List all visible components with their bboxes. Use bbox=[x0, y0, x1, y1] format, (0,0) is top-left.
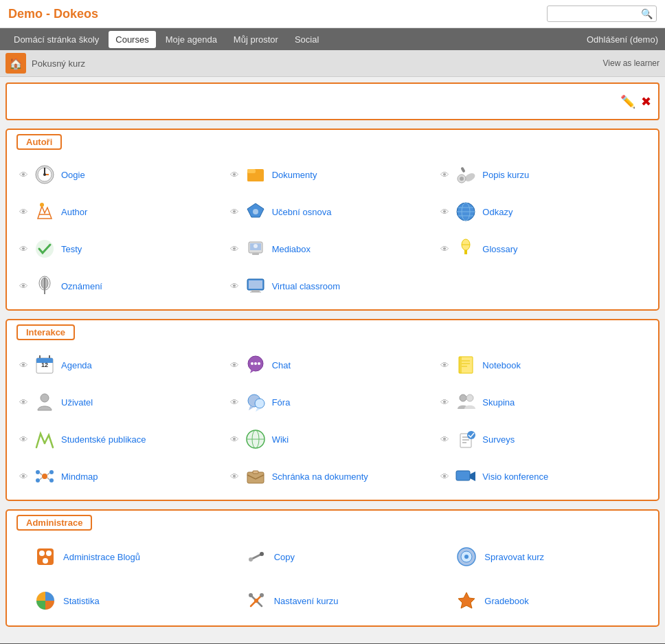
icon-dokumenty bbox=[243, 162, 268, 187]
search-icon: 🔍 bbox=[641, 8, 653, 19]
tool-popis: 👁 Popis kurzu bbox=[438, 158, 649, 191]
tool-name-oogie[interactable]: Oogie bbox=[61, 170, 85, 180]
eye-odkazy[interactable]: 👁 bbox=[440, 207, 449, 217]
icon-adm-statistika bbox=[33, 588, 58, 613]
icon-notebook bbox=[453, 353, 478, 377]
icon-fora bbox=[243, 390, 268, 414]
nav-social[interactable]: Social bbox=[288, 31, 326, 48]
eye-mediabox[interactable]: 👁 bbox=[230, 244, 239, 254]
svg-text:12: 12 bbox=[41, 362, 48, 368]
nav-home[interactable]: Domácí stránka školy bbox=[7, 31, 106, 48]
tool-adm-copy: Copy bbox=[241, 539, 438, 575]
tool-name-adm-statistika[interactable]: Statistika bbox=[63, 596, 100, 606]
tool-name-glossary[interactable]: Glossary bbox=[482, 244, 517, 254]
svg-point-24 bbox=[253, 244, 258, 248]
tool-notebook: 👁 Notebook bbox=[438, 348, 649, 381]
nav-prostor[interactable]: Můj prostor bbox=[227, 31, 285, 48]
svg-line-71 bbox=[47, 473, 49, 475]
tool-name-chat[interactable]: Chat bbox=[272, 360, 291, 370]
tool-uzivatel: 👁 Uživatel bbox=[16, 386, 227, 419]
eye-notebook[interactable]: 👁 bbox=[440, 360, 449, 370]
eye-testy[interactable]: 👁 bbox=[19, 244, 28, 254]
logout-link[interactable]: Odhlášení (demo) bbox=[587, 34, 658, 45]
icon-adm-spravovat bbox=[454, 544, 479, 569]
tool-name-adm-copy[interactable]: Copy bbox=[274, 552, 295, 562]
eye-chat[interactable]: 👁 bbox=[230, 360, 239, 370]
tool-name-uzivatel[interactable]: Uživatel bbox=[61, 397, 93, 408]
tool-name-adm-blog[interactable]: Administrace Blogů bbox=[63, 552, 140, 562]
eye-popis[interactable]: 👁 bbox=[440, 170, 449, 180]
search-box[interactable]: 🔍 bbox=[547, 5, 657, 22]
tool-student: 👁 Studentské publikace bbox=[16, 423, 227, 456]
eye-surveys[interactable]: 👁 bbox=[440, 434, 449, 445]
eye-glossary[interactable]: 👁 bbox=[440, 244, 449, 254]
tool-name-odkazy[interactable]: Odkazy bbox=[482, 207, 512, 217]
view-learner-button[interactable]: View as learner bbox=[603, 58, 660, 68]
nav-agenda[interactable]: Moje agenda bbox=[159, 31, 224, 48]
tool-name-visio[interactable]: Visio konference bbox=[482, 471, 548, 482]
close-icon[interactable]: ✖ bbox=[641, 94, 651, 109]
icon-uzivatel bbox=[32, 390, 57, 414]
svg-point-91 bbox=[254, 599, 258, 603]
eye-uzivatel[interactable]: 👁 bbox=[19, 397, 28, 408]
eye-fora[interactable]: 👁 bbox=[230, 397, 239, 408]
tool-name-oznameni[interactable]: Oznámení bbox=[61, 281, 102, 291]
tool-author: 👁 Author bbox=[16, 195, 227, 228]
svg-point-64 bbox=[42, 474, 47, 479]
svg-point-79 bbox=[46, 551, 52, 556]
search-input[interactable] bbox=[552, 9, 641, 19]
tool-name-surveys[interactable]: Surveys bbox=[482, 434, 515, 445]
icon-adm-blog bbox=[33, 544, 58, 569]
tool-name-popis[interactable]: Popis kurzu bbox=[482, 170, 529, 180]
eye-agenda[interactable]: 👁 bbox=[19, 360, 28, 370]
home-icon[interactable]: 🏠 bbox=[5, 53, 26, 74]
svg-point-52 bbox=[255, 399, 264, 408]
autori-grid: 👁 Oogie 👁 Dokumenty 👁 Popi bbox=[16, 158, 649, 302]
eye-student[interactable]: 👁 bbox=[19, 434, 28, 445]
tool-glossary: 👁 Glossary bbox=[438, 232, 649, 265]
svg-point-12 bbox=[40, 203, 44, 207]
tool-surveys: 👁 Surveys bbox=[438, 423, 649, 456]
svg-point-14 bbox=[253, 209, 258, 214]
tool-name-wiki[interactable]: Wiki bbox=[272, 434, 289, 445]
eye-mindmap[interactable]: 👁 bbox=[19, 471, 28, 482]
tool-name-skupina[interactable]: Skupina bbox=[482, 397, 515, 408]
tool-name-adm-nastaveni[interactable]: Nastavení kurzu bbox=[274, 596, 339, 606]
svg-rect-75 bbox=[456, 471, 470, 480]
svg-marker-76 bbox=[470, 471, 475, 481]
tool-oogie: 👁 Oogie bbox=[16, 158, 227, 191]
tool-name-dokumenty[interactable]: Dokumenty bbox=[272, 170, 317, 180]
tool-name-schranka[interactable]: Schránka na dokumenty bbox=[272, 471, 368, 482]
tool-name-author[interactable]: Author bbox=[61, 207, 87, 217]
eye-oznameni[interactable]: 👁 bbox=[19, 281, 28, 291]
icon-adm-copy bbox=[244, 544, 269, 569]
tool-name-student[interactable]: Studentské publikace bbox=[61, 434, 146, 445]
svg-rect-74 bbox=[253, 471, 258, 474]
nav-courses[interactable]: Courses bbox=[109, 31, 155, 48]
eye-wiki[interactable]: 👁 bbox=[230, 434, 239, 445]
eye-ucebni[interactable]: 👁 bbox=[230, 207, 239, 217]
eye-virtual[interactable]: 👁 bbox=[230, 281, 239, 291]
edit-icon[interactable]: ✏️ bbox=[620, 94, 635, 109]
icon-mediabox bbox=[243, 236, 268, 261]
tool-name-virtual[interactable]: Virtual classroom bbox=[272, 281, 340, 291]
tool-name-adm-gradebook[interactable]: Gradebook bbox=[484, 596, 528, 606]
eye-visio[interactable]: 👁 bbox=[440, 471, 449, 482]
eye-skupina[interactable]: 👁 bbox=[440, 397, 449, 408]
eye-author[interactable]: 👁 bbox=[19, 207, 28, 217]
tool-name-ucebni[interactable]: Učební osnova bbox=[272, 207, 332, 217]
eye-dokumenty[interactable]: 👁 bbox=[230, 170, 239, 180]
tool-name-notebook[interactable]: Notebook bbox=[482, 360, 521, 370]
tool-name-testy[interactable]: Testy bbox=[61, 244, 82, 254]
icon-chat bbox=[243, 353, 268, 377]
eye-oogie[interactable]: 👁 bbox=[19, 170, 28, 180]
tool-name-agenda[interactable]: Agenda bbox=[61, 360, 92, 370]
eye-schranka[interactable]: 👁 bbox=[230, 471, 239, 482]
tool-name-fora[interactable]: Fóra bbox=[272, 397, 291, 408]
icon-author bbox=[32, 199, 57, 224]
tool-name-mindmap[interactable]: Mindmap bbox=[61, 471, 98, 482]
course-bar: 🏠 Pokusný kurz View as learner bbox=[0, 50, 665, 77]
tool-name-mediabox[interactable]: Mediabox bbox=[272, 244, 311, 254]
header: Demo - Dokeos 🔍 bbox=[0, 0, 665, 28]
tool-name-adm-spravovat[interactable]: Spravovat kurz bbox=[484, 552, 544, 562]
